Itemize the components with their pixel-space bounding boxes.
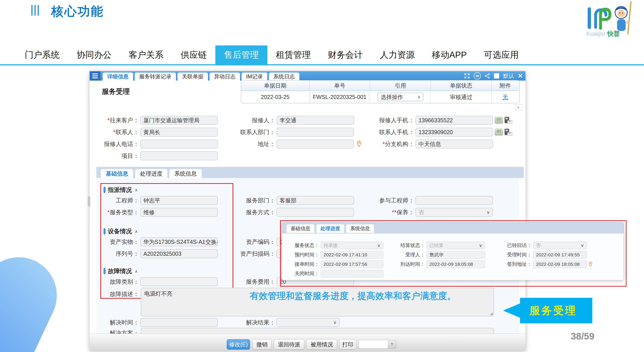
more-actions-select[interactable]: ▼ <box>358 340 396 349</box>
tab-system-log[interactable]: 系统日志 <box>269 72 299 81</box>
engineer-input[interactable]: 钟志平 <box>140 196 218 205</box>
overlay-subtab-basic[interactable]: 基础信息 <box>286 224 314 233</box>
im-icon[interactable]: IM <box>474 72 481 79</box>
field-contact-mobile: 联系人手机： 13233909020 <box>366 128 512 137</box>
service-status-select[interactable]: 待承接∨ <box>321 242 384 249</box>
send-sms-icon[interactable] <box>504 117 512 124</box>
location-pin-icon[interactable] <box>588 262 593 267</box>
section-fault[interactable]: 故障情况∧ <box>104 267 138 275</box>
section-assignment[interactable]: 指派情况∧ <box>104 186 138 194</box>
field-fault-desc: 故障描述： <box>90 289 139 298</box>
field-engineer: 工程师： 钟志平 <box>90 196 218 205</box>
project-input[interactable] <box>140 151 218 160</box>
field-asset: 资产实物： 华为S1730S-S24T4S-A1交换机 <box>90 237 218 246</box>
asset-input[interactable]: 华为S1730S-S24T4S-A1交换机 <box>140 237 218 246</box>
field-project: 项目： <box>90 151 218 160</box>
nav-item-mobile-app[interactable]: 移动APP <box>423 45 475 64</box>
call-phone-icon[interactable] <box>495 117 503 124</box>
collapse-header-button[interactable]: « <box>515 104 522 110</box>
contact-input[interactable]: 黄局长 <box>140 128 218 137</box>
maintain-select[interactable]: 否∨ <box>416 208 493 217</box>
tab-transfer-record[interactable]: 服务转派记录 <box>135 72 176 81</box>
nav-item-crm[interactable]: 客户关系 <box>120 45 172 64</box>
field-service-mode: 服务方式： <box>227 208 354 217</box>
overlay-subtab-system[interactable]: 系统信息 <box>346 224 374 233</box>
customer-input[interactable]: 厦门市交通运输管理局 <box>140 116 218 125</box>
serial-input[interactable]: A20220325003 <box>140 249 218 258</box>
accept-time-input[interactable]: 2022-02-09 17:49:55 <box>533 251 587 259</box>
field-service-status: 服务状态： 待承接∨ <box>284 242 384 249</box>
field-solve-result: 解决结果： ∨ <box>227 318 340 327</box>
return-to-dispatch-button[interactable]: 退回待派 <box>274 339 304 350</box>
nav-item-collab[interactable]: 协同办公 <box>68 45 120 64</box>
handler-input[interactable]: 詹武华 <box>426 251 485 259</box>
field-appoint-time: 预约时间： 2022-02-09 17:41:10 <box>284 251 384 259</box>
solve-time-input[interactable] <box>140 318 218 327</box>
call-phone-icon[interactable] <box>495 129 503 135</box>
sidebar-collapse-handle[interactable] <box>88 197 90 206</box>
nav-item-aftersales[interactable]: 售后管理 <box>215 45 267 64</box>
mascot-monkey-icon <box>615 1 631 34</box>
address-input[interactable] <box>276 139 354 148</box>
fault-type-input[interactable] <box>140 277 218 286</box>
share-icon[interactable] <box>485 73 490 79</box>
revoke-button[interactable]: 撤销 <box>252 339 272 350</box>
document-header-table: 单据日期 单号 引用 单据状态 附件 2022-03-25 FWSL-20220… <box>241 80 520 103</box>
collapse-caret-icon: ∧ <box>135 187 138 193</box>
settle-status-select[interactable]: 已结算∨ <box>426 242 485 249</box>
arrive-time-input[interactable]: 2022-02-09 18:05:08 <box>426 260 485 268</box>
tab-related-docs[interactable]: 关联单据 <box>178 72 208 81</box>
default-checkbox[interactable] <box>494 73 499 79</box>
revisit-select[interactable]: 否∨ <box>533 242 587 249</box>
subtab-basic-info[interactable]: 基础信息 <box>101 169 133 178</box>
reporter-phone-input[interactable] <box>140 139 218 148</box>
tab-im-record[interactable]: IM记录 <box>242 72 267 81</box>
resize-grip-icon[interactable]: ◢ <box>490 312 493 316</box>
nav-item-optional[interactable]: 可选应用 <box>475 45 527 64</box>
fullscreen-icon[interactable] <box>464 73 470 79</box>
attachment-link[interactable]: 无 <box>502 93 508 101</box>
service-dept-input[interactable]: 客服部 <box>276 196 354 205</box>
service-mode-input[interactable] <box>276 208 354 217</box>
accept-order-time-input[interactable]: 2022-02-09 17:57:56 <box>321 260 384 268</box>
usage-status-button[interactable]: 被用情况 <box>306 339 337 350</box>
contact-mobile-input[interactable]: 13233909020 <box>416 128 493 137</box>
close-time-input[interactable] <box>321 270 384 278</box>
tab-detail-info[interactable]: 详细信息 <box>103 72 133 81</box>
joint-engineer-input[interactable] <box>416 196 493 205</box>
location-pin-icon[interactable] <box>356 141 362 147</box>
reporter-input[interactable]: 李交通 <box>276 116 354 125</box>
nav-item-finance[interactable]: 财务会计 <box>319 45 371 64</box>
subtab-system-info[interactable]: 系统信息 <box>170 169 202 178</box>
dropdown-arrow-icon[interactable]: ▼ <box>388 340 396 349</box>
reporter-mobile-input[interactable]: 13966335522 <box>416 116 493 125</box>
branch-input[interactable]: 中天信息 <box>416 139 493 148</box>
field-revisit: 已转回访： 否∨ <box>496 242 587 249</box>
field-fault-type: 故障类别： <box>90 277 218 286</box>
print-button[interactable]: 打印 <box>339 339 356 350</box>
field-maintain: **保养： 否∨ <box>366 208 493 217</box>
tab-change-log[interactable]: 异动日志 <box>210 72 240 81</box>
menu-hamburger-icon[interactable] <box>90 71 100 81</box>
nav-item-hr[interactable]: 人力资源 <box>371 45 423 64</box>
service-type-input[interactable]: 维修 <box>140 208 218 217</box>
nav-item-portal[interactable]: 门户系统 <box>16 45 68 64</box>
subtab-progress[interactable]: 处理进度 <box>135 169 168 178</box>
send-sms-icon[interactable] <box>504 129 512 135</box>
nav-item-lease[interactable]: 租赁管理 <box>267 45 319 64</box>
field-accept-order-time: 接单时间： 2022-02-09 17:57:56 <box>284 260 384 268</box>
modify-button[interactable]: 修改(E) <box>227 339 250 350</box>
solve-result-select[interactable]: ∨ <box>276 318 340 327</box>
field-service-dept: 服务部门： 客服部 <box>227 196 354 205</box>
reference-select[interactable]: 选择操作 ∨ <box>378 93 423 101</box>
field-contact-dept: 联系人部门： <box>227 128 354 137</box>
appoint-time-input[interactable]: 2022-02-09 17:41:10 <box>321 251 384 259</box>
contact-dept-input[interactable] <box>276 128 354 137</box>
nav-item-supplychain[interactable]: 供应链 <box>172 45 215 64</box>
section-device[interactable]: 设备情况∧ <box>104 227 138 235</box>
nav-underline <box>0 64 644 65</box>
signin-addr-input[interactable]: 2022-02-09 18:05:08 <box>533 260 587 268</box>
col-doc-number: 单号 <box>309 80 370 91</box>
close-icon[interactable]: ✕ <box>518 72 523 79</box>
overlay-subtab-progress[interactable]: 处理进度 <box>316 224 344 233</box>
